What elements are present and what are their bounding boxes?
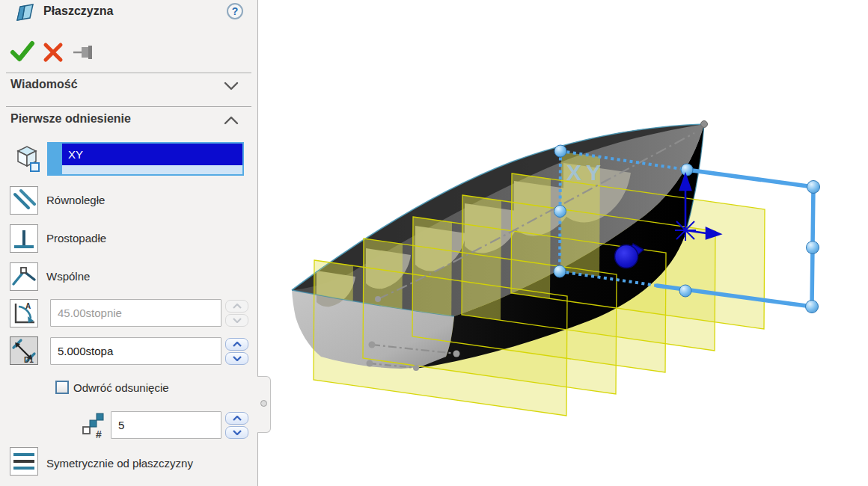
listbox-strip <box>49 144 62 174</box>
panel-title: Płaszczyzna <box>43 4 113 18</box>
distance-input[interactable] <box>50 337 221 365</box>
angle-spin-down[interactable] <box>225 314 248 327</box>
xy-plane-label: XY <box>566 160 605 185</box>
pin-icon <box>73 46 92 59</box>
parallel-icon <box>10 187 37 214</box>
distance-spin-down[interactable] <box>225 352 248 365</box>
chevron-up-icon[interactable] <box>223 115 239 126</box>
check-icon <box>13 43 32 59</box>
count-spin-down[interactable] <box>225 426 248 439</box>
distance-option-button[interactable]: D1 <box>10 336 38 365</box>
help-button[interactable]: ? <box>227 3 243 19</box>
angle-icon: A <box>10 300 37 327</box>
reference-selection-listbox[interactable]: XY <box>47 142 244 176</box>
chevron-down-icon[interactable] <box>223 81 239 91</box>
cancel-button[interactable] <box>42 41 64 64</box>
coincident-label: Wspólne <box>46 270 90 283</box>
selected-reference-item[interactable]: XY <box>62 144 242 165</box>
plane-count-icon: # <box>79 411 108 441</box>
perpendicular-option-button[interactable] <box>10 224 38 253</box>
plane-handle[interactable] <box>554 265 566 277</box>
plane-handle[interactable] <box>554 145 566 157</box>
plane-count-input[interactable] <box>111 411 221 439</box>
plane-handle[interactable] <box>806 301 819 313</box>
distance-spin-up[interactable] <box>225 338 248 351</box>
section-message[interactable]: Wiadomość <box>10 78 78 91</box>
symmetric-option-button[interactable] <box>10 447 38 476</box>
coincident-option-button[interactable] <box>10 262 38 291</box>
property-manager-panel: Płaszczyzna ? Wiadomość Pierwsze odniesi… <box>0 0 258 486</box>
coincident-icon <box>10 263 37 290</box>
empty-list-row[interactable] <box>62 165 242 174</box>
divider <box>6 106 251 107</box>
symmetric-label: Symetrycznie od płaszczyzny <box>46 453 222 473</box>
close-icon <box>46 45 61 60</box>
angle-option-button[interactable]: A <box>10 299 38 327</box>
svg-text:#: # <box>96 428 102 440</box>
ok-button[interactable] <box>10 39 35 64</box>
angle-spin-up[interactable] <box>225 300 248 313</box>
flip-offset-label: Odwróć odsunięcie <box>73 381 169 394</box>
divider <box>6 73 251 73</box>
plane-handle[interactable] <box>807 242 819 254</box>
symmetric-icon <box>10 448 37 475</box>
preview-edge-top[interactable] <box>687 170 813 187</box>
svg-text:D1: D1 <box>24 356 34 364</box>
count-spin-up[interactable] <box>225 412 248 425</box>
flip-offset-checkbox[interactable] <box>55 381 69 394</box>
parallel-option-button[interactable] <box>10 186 38 215</box>
plane-handle[interactable] <box>807 181 820 194</box>
distance-icon: D1 <box>10 337 37 364</box>
perpendicular-label: Prostopadłe <box>46 232 106 244</box>
svg-text:A: A <box>25 302 31 310</box>
angle-input[interactable] <box>50 299 221 327</box>
pin-button[interactable] <box>72 43 97 61</box>
bow-vertex-point[interactable] <box>701 121 708 128</box>
plane-feature-icon <box>15 3 36 22</box>
parallel-label: Równoległe <box>46 194 105 206</box>
graphics-viewport[interactable]: XY <box>258 0 868 486</box>
section-first-reference[interactable]: Pierwsze odniesienie <box>10 112 131 126</box>
plane-handle[interactable] <box>679 285 691 297</box>
plane-handle[interactable] <box>681 164 693 176</box>
perpendicular-icon <box>10 225 37 252</box>
plane-handle[interactable] <box>554 206 566 218</box>
reference-entity-icon <box>13 144 43 176</box>
